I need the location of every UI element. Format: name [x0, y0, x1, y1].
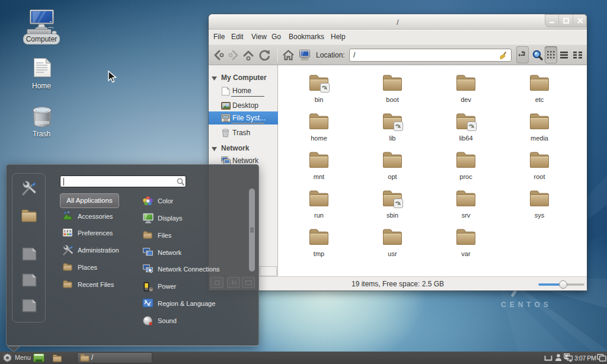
- svg-text:a: a: [148, 302, 150, 306]
